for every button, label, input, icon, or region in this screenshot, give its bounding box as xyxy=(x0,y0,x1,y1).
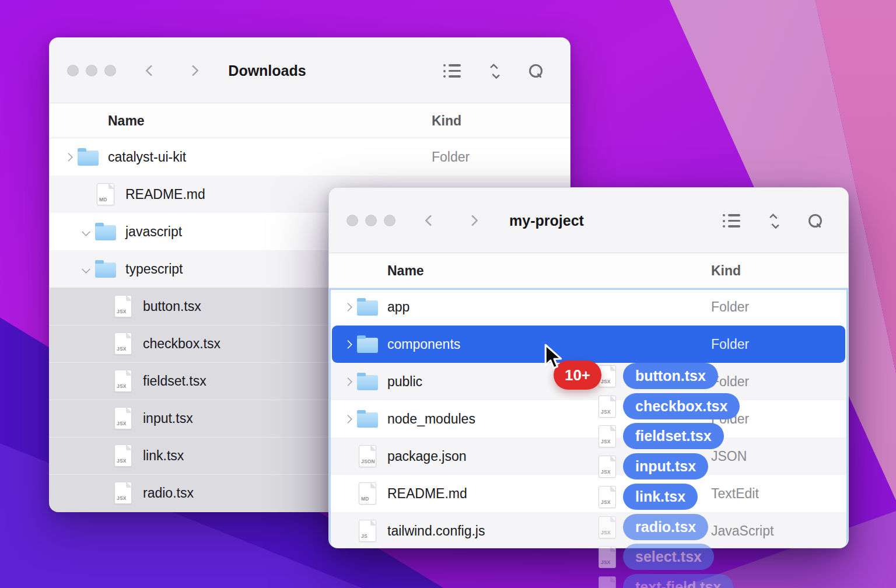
close-button[interactable] xyxy=(346,215,358,226)
name-cell: catalyst-ui-kit xyxy=(50,138,186,176)
window-title: my-project xyxy=(509,212,584,229)
document-icon: JS xyxy=(359,520,376,542)
file-type-label: JSX xyxy=(117,458,127,464)
icon-slot xyxy=(95,223,116,240)
name-cell: JSXradio.tsx xyxy=(50,474,194,512)
file-name: public xyxy=(387,374,422,390)
chevron-right-icon[interactable] xyxy=(343,302,352,312)
file-name: button.tsx xyxy=(143,299,201,314)
folder-row-catalyst-ui-kit[interactable]: catalyst-ui-kitFolder xyxy=(50,138,570,176)
column-header-kind[interactable]: Kind xyxy=(711,262,741,278)
folder-icon xyxy=(357,300,378,316)
drop-target-area: appFoldercomponentsFolderpublicFoldernod… xyxy=(329,288,848,548)
chevron-slot xyxy=(79,229,93,235)
name-cell: components xyxy=(332,326,460,363)
forward-button[interactable] xyxy=(185,62,201,79)
downloads-toolbar[interactable]: Downloads xyxy=(50,38,570,103)
file-name: README.md xyxy=(125,187,205,202)
folder-icon xyxy=(357,412,378,428)
chevron-slot xyxy=(341,304,355,310)
file-row-tailwind-config-js[interactable]: JStailwind.config.jsJavaScript xyxy=(329,512,848,548)
chevron-slot xyxy=(79,266,93,272)
file-type-label: MD xyxy=(99,197,107,202)
kind-label: TextEdit xyxy=(711,486,759,502)
file-type-label: JSX xyxy=(117,495,127,501)
icon-slot: MD xyxy=(357,482,378,505)
finder-window-my-project[interactable]: my-project Name Kind appFoldercomponents… xyxy=(328,187,849,548)
chevron-right-icon xyxy=(187,65,199,76)
file-name: app xyxy=(387,299,410,315)
name-cell: typescript xyxy=(50,250,183,288)
name-cell: JSXbutton.tsx xyxy=(50,288,201,325)
folder-row-public[interactable]: publicFolder xyxy=(329,363,848,400)
chevron-down-icon[interactable] xyxy=(81,264,90,274)
kind-label: JSON xyxy=(711,449,747,464)
icon-slot: JS xyxy=(357,520,378,542)
zoom-button[interactable] xyxy=(104,65,116,76)
document-icon: JSX xyxy=(114,295,132,317)
folder-row-app[interactable]: appFolder xyxy=(329,288,848,326)
file-row-readme-md[interactable]: MDREADME.mdTextEdit xyxy=(329,475,848,512)
icon-slot: JSX xyxy=(113,295,134,317)
file-name: components xyxy=(387,337,460,352)
file-name: link.tsx xyxy=(143,448,184,464)
name-cell: JSXcheckbox.tsx xyxy=(50,325,220,362)
list-view-button[interactable] xyxy=(723,214,740,228)
folder-row-components[interactable]: componentsFolder xyxy=(332,326,845,363)
chevron-right-icon[interactable] xyxy=(343,340,352,349)
kind-label: Folder xyxy=(711,337,749,352)
chevron-right-icon[interactable] xyxy=(343,414,352,424)
my-project-toolbar[interactable]: my-project xyxy=(329,188,848,253)
icon-slot xyxy=(357,336,378,353)
chevron-right-icon[interactable] xyxy=(64,152,73,162)
chevron-right-icon[interactable] xyxy=(343,377,352,386)
file-name: input.tsx xyxy=(143,411,193,426)
chevron-slot xyxy=(341,341,355,348)
document-icon: JSX xyxy=(114,407,132,429)
search-button[interactable] xyxy=(529,64,543,78)
column-header-kind[interactable]: Kind xyxy=(432,113,461,128)
name-cell: javascript xyxy=(50,213,182,250)
column-header-name[interactable]: Name xyxy=(387,262,424,278)
file-type-label: JSX xyxy=(117,421,127,426)
icon-slot: JSX xyxy=(113,332,134,355)
folder-icon xyxy=(95,225,116,240)
list-view-button[interactable] xyxy=(443,64,461,78)
folder-icon xyxy=(78,150,99,166)
icon-slot: JSON xyxy=(357,445,378,467)
column-header-name[interactable]: Name xyxy=(108,113,145,128)
icon-slot xyxy=(357,373,378,390)
icon-slot xyxy=(95,261,116,278)
back-button[interactable] xyxy=(143,62,159,79)
folder-row-node-modules[interactable]: node_modulesFolder xyxy=(329,400,848,438)
traffic-lights xyxy=(67,65,116,76)
name-cell: JSXinput.tsx xyxy=(50,400,193,437)
folder-icon xyxy=(95,262,116,278)
close-button[interactable] xyxy=(67,65,79,76)
sort-button[interactable] xyxy=(768,214,780,228)
icon-slot: JSX xyxy=(113,482,134,504)
file-name: typescript xyxy=(125,261,183,277)
minimize-button[interactable] xyxy=(365,215,377,226)
search-button[interactable] xyxy=(808,214,822,228)
icon-slot: JSX xyxy=(113,444,134,467)
kind-label: Folder xyxy=(711,374,749,390)
sort-button[interactable] xyxy=(489,64,501,78)
file-name: tailwind.config.js xyxy=(387,523,485,539)
chevron-down-icon[interactable] xyxy=(81,227,90,236)
traffic-lights xyxy=(346,215,396,226)
forward-button[interactable] xyxy=(464,212,481,229)
file-name: README.md xyxy=(387,486,467,502)
minimize-button[interactable] xyxy=(86,65,97,76)
icon-slot: JSX xyxy=(113,370,134,392)
file-type-label: JS xyxy=(361,533,368,539)
chevron-slot xyxy=(61,154,75,160)
back-button[interactable] xyxy=(422,212,439,229)
file-row-package-json[interactable]: JSONpackage.jsonJSON xyxy=(329,438,848,475)
document-icon: JSX xyxy=(114,482,132,504)
chevron-right-icon xyxy=(467,215,478,226)
column-headers: Name Kind xyxy=(50,103,570,138)
name-cell: JStailwind.config.js xyxy=(329,512,485,548)
zoom-button[interactable] xyxy=(384,215,396,226)
icon-slot: JSX xyxy=(113,407,134,429)
